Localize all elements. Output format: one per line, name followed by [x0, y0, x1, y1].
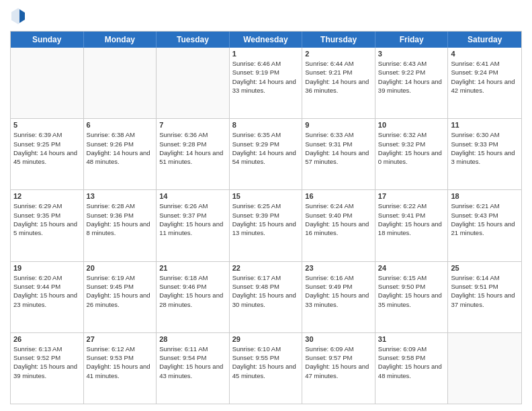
logo: [10, 7, 29, 26]
cell-info: Sunrise: 6:10 AMSunset: 9:55 PMDaylight:…: [232, 345, 300, 380]
day-number: 14: [159, 192, 226, 200]
day-number: 2: [305, 50, 372, 58]
day-number: 7: [159, 121, 226, 129]
calendar-cell: 19Sunrise: 6:20 AMSunset: 9:44 PMDayligh…: [11, 262, 84, 332]
day-of-week-header: Wednesday: [230, 32, 303, 48]
day-number: 3: [378, 50, 445, 58]
day-number: 28: [159, 335, 226, 343]
calendar-cell: 16Sunrise: 6:24 AMSunset: 9:40 PMDayligh…: [302, 190, 375, 261]
cell-info: Sunrise: 6:46 AMSunset: 9:19 PMDaylight:…: [232, 59, 300, 95]
day-number: 21: [159, 264, 226, 272]
cell-info: Sunrise: 6:11 AMSunset: 9:54 PMDaylight:…: [159, 345, 226, 380]
day-number: 4: [451, 50, 519, 58]
cell-info: Sunrise: 6:43 AMSunset: 9:22 PMDaylight:…: [378, 59, 445, 95]
calendar-cell: 6Sunrise: 6:38 AMSunset: 9:26 PMDaylight…: [84, 119, 157, 189]
cell-info: Sunrise: 6:35 AMSunset: 9:29 PMDaylight:…: [232, 130, 300, 166]
day-number: 19: [13, 264, 81, 272]
calendar-cell: 28Sunrise: 6:11 AMSunset: 9:54 PMDayligh…: [157, 333, 230, 404]
day-number: 15: [232, 192, 300, 200]
calendar-header: SundayMondayTuesdayWednesdayThursdayFrid…: [11, 32, 521, 48]
day-of-week-header: Monday: [84, 32, 157, 48]
day-number: 23: [305, 264, 372, 272]
calendar-cell: 21Sunrise: 6:18 AMSunset: 9:46 PMDayligh…: [157, 262, 230, 332]
cell-info: Sunrise: 6:17 AMSunset: 9:48 PMDaylight:…: [232, 273, 300, 309]
cell-info: Sunrise: 6:28 AMSunset: 9:36 PMDaylight:…: [87, 201, 154, 237]
day-of-week-header: Tuesday: [157, 32, 230, 48]
day-number: 22: [232, 264, 300, 272]
calendar-cell: 8Sunrise: 6:35 AMSunset: 9:29 PMDaylight…: [230, 119, 303, 189]
cell-info: Sunrise: 6:29 AMSunset: 9:35 PMDaylight:…: [13, 201, 81, 237]
calendar-cell: 23Sunrise: 6:16 AMSunset: 9:49 PMDayligh…: [302, 262, 375, 332]
calendar-cell: [448, 333, 521, 404]
cell-info: Sunrise: 6:39 AMSunset: 9:25 PMDaylight:…: [13, 130, 81, 166]
cell-info: Sunrise: 6:33 AMSunset: 9:31 PMDaylight:…: [305, 130, 372, 166]
day-number: 26: [13, 335, 81, 343]
day-number: 1: [232, 50, 300, 58]
calendar-cell: 31Sunrise: 6:09 AMSunset: 9:58 PMDayligh…: [375, 333, 449, 404]
calendar-cell: 27Sunrise: 6:12 AMSunset: 9:53 PMDayligh…: [84, 333, 157, 404]
cell-info: Sunrise: 6:09 AMSunset: 9:58 PMDaylight:…: [378, 345, 445, 380]
calendar-cell: 11Sunrise: 6:30 AMSunset: 9:33 PMDayligh…: [448, 119, 521, 189]
cell-info: Sunrise: 6:30 AMSunset: 9:33 PMDaylight:…: [451, 130, 519, 166]
day-number: 13: [87, 192, 154, 200]
cell-info: Sunrise: 6:14 AMSunset: 9:51 PMDaylight:…: [451, 273, 519, 309]
calendar-cell: 2Sunrise: 6:44 AMSunset: 9:21 PMDaylight…: [302, 48, 375, 118]
calendar-row: 19Sunrise: 6:20 AMSunset: 9:44 PMDayligh…: [11, 262, 521, 333]
day-number: 9: [305, 121, 372, 129]
cell-info: Sunrise: 6:26 AMSunset: 9:37 PMDaylight:…: [159, 201, 226, 237]
calendar: SundayMondayTuesdayWednesdayThursdayFrid…: [10, 31, 522, 404]
calendar-row: 1Sunrise: 6:46 AMSunset: 9:19 PMDaylight…: [11, 48, 521, 119]
cell-info: Sunrise: 6:09 AMSunset: 9:57 PMDaylight:…: [305, 345, 372, 380]
day-number: 17: [378, 192, 445, 200]
day-number: 30: [305, 335, 372, 343]
header: [10, 7, 522, 26]
cell-info: Sunrise: 6:20 AMSunset: 9:44 PMDaylight:…: [13, 273, 81, 309]
calendar-cell: 10Sunrise: 6:32 AMSunset: 9:32 PMDayligh…: [375, 119, 449, 189]
calendar-row: 12Sunrise: 6:29 AMSunset: 9:35 PMDayligh…: [11, 190, 521, 261]
day-of-week-header: Friday: [375, 32, 449, 48]
cell-info: Sunrise: 6:18 AMSunset: 9:46 PMDaylight:…: [159, 273, 226, 309]
calendar-row: 26Sunrise: 6:13 AMSunset: 9:52 PMDayligh…: [11, 333, 521, 404]
day-number: 11: [451, 121, 519, 129]
page: SundayMondayTuesdayWednesdayThursdayFrid…: [0, 0, 532, 411]
cell-info: Sunrise: 6:38 AMSunset: 9:26 PMDaylight:…: [87, 130, 154, 166]
calendar-cell: 13Sunrise: 6:28 AMSunset: 9:36 PMDayligh…: [84, 190, 157, 261]
day-of-week-header: Thursday: [302, 32, 375, 48]
cell-info: Sunrise: 6:41 AMSunset: 9:24 PMDaylight:…: [451, 59, 519, 95]
cell-info: Sunrise: 6:13 AMSunset: 9:52 PMDaylight:…: [13, 345, 81, 380]
calendar-cell: 29Sunrise: 6:10 AMSunset: 9:55 PMDayligh…: [230, 333, 303, 404]
calendar-cell: 25Sunrise: 6:14 AMSunset: 9:51 PMDayligh…: [448, 262, 521, 332]
calendar-body: 1Sunrise: 6:46 AMSunset: 9:19 PMDaylight…: [11, 48, 521, 404]
day-number: 6: [87, 121, 154, 129]
calendar-cell: 5Sunrise: 6:39 AMSunset: 9:25 PMDaylight…: [11, 119, 84, 189]
day-number: 27: [87, 335, 154, 343]
cell-info: Sunrise: 6:44 AMSunset: 9:21 PMDaylight:…: [305, 59, 372, 95]
calendar-cell: [11, 48, 84, 118]
svg-marker-2: [19, 9, 25, 23]
calendar-cell: 4Sunrise: 6:41 AMSunset: 9:24 PMDaylight…: [448, 48, 521, 118]
calendar-cell: 20Sunrise: 6:19 AMSunset: 9:45 PMDayligh…: [84, 262, 157, 332]
day-number: 12: [13, 192, 81, 200]
day-number: 18: [451, 192, 519, 200]
day-number: 25: [451, 264, 519, 272]
cell-info: Sunrise: 6:22 AMSunset: 9:41 PMDaylight:…: [378, 201, 445, 237]
cell-info: Sunrise: 6:25 AMSunset: 9:39 PMDaylight:…: [232, 201, 300, 237]
cell-info: Sunrise: 6:21 AMSunset: 9:43 PMDaylight:…: [451, 201, 519, 237]
day-of-week-header: Saturday: [448, 32, 521, 48]
calendar-cell: 15Sunrise: 6:25 AMSunset: 9:39 PMDayligh…: [230, 190, 303, 261]
cell-info: Sunrise: 6:19 AMSunset: 9:45 PMDaylight:…: [87, 273, 154, 309]
calendar-cell: 1Sunrise: 6:46 AMSunset: 9:19 PMDaylight…: [230, 48, 303, 118]
calendar-cell: 7Sunrise: 6:36 AMSunset: 9:28 PMDaylight…: [157, 119, 230, 189]
calendar-cell: 22Sunrise: 6:17 AMSunset: 9:48 PMDayligh…: [230, 262, 303, 332]
day-number: 5: [13, 121, 81, 129]
day-number: 31: [378, 335, 445, 343]
calendar-cell: 14Sunrise: 6:26 AMSunset: 9:37 PMDayligh…: [157, 190, 230, 261]
cell-info: Sunrise: 6:15 AMSunset: 9:50 PMDaylight:…: [378, 273, 445, 309]
cell-info: Sunrise: 6:16 AMSunset: 9:49 PMDaylight:…: [305, 273, 372, 309]
day-number: 24: [378, 264, 445, 272]
calendar-cell: [157, 48, 230, 118]
day-number: 8: [232, 121, 300, 129]
day-number: 10: [378, 121, 445, 129]
calendar-cell: 24Sunrise: 6:15 AMSunset: 9:50 PMDayligh…: [375, 262, 449, 332]
day-number: 29: [232, 335, 300, 343]
